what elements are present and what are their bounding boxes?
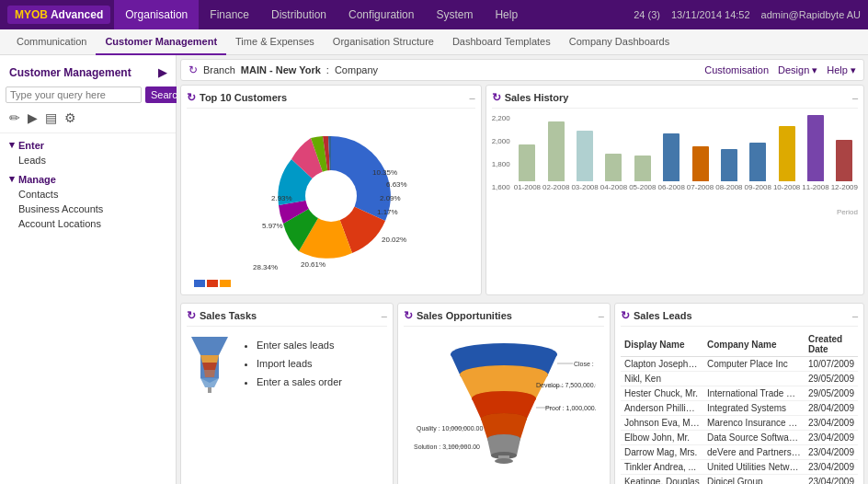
table-row[interactable]: Darrow Mag, Mrs. deVere and Partners (UK…: [621, 445, 858, 460]
svg-marker-14: [202, 363, 217, 370]
svg-text:2.09%: 2.09%: [380, 194, 401, 202]
gear-icon[interactable]: ⚙: [64, 110, 76, 125]
sidebar-section-manage: ▾ Manage: [0, 167, 176, 187]
main-layout: Customer Management ▶ Search ✏ ▶ ▤ ⚙ ▾ E…: [0, 55, 868, 484]
top-navigation: MYOB Advanced Organisation Finance Distr…: [0, 0, 868, 29]
lead-date: 29/05/2009: [805, 372, 858, 386]
widget-grid-bottom: ↻ Sales Tasks –: [180, 303, 864, 484]
company-label: Company: [335, 64, 378, 75]
tab-organisation-structure[interactable]: Organisation Structure: [324, 29, 443, 55]
leads-table: Display Name Company Name Created Date C…: [621, 332, 858, 484]
svg-text:20.02%: 20.02%: [382, 236, 406, 244]
bar-10-2008: 10-2008: [773, 126, 800, 191]
svg-text:6.63%: 6.63%: [386, 180, 407, 189]
lead-name: Darrow Mag, Mrs.: [621, 445, 703, 460]
table-row[interactable]: Tinkler Andrea, ... United Utilities Net…: [621, 460, 858, 475]
widget-top10customers: ↻ Top 10 Customers –: [180, 85, 482, 295]
tab-dashboard-templates[interactable]: Dashboard Templates: [443, 29, 560, 55]
widget-sales-history-header: ↻ Sales History –: [492, 91, 858, 109]
lead-name: Elbow John, Mr.: [621, 431, 703, 445]
lead-company: Integrated Systems: [703, 401, 805, 416]
help-button[interactable]: Help ▾: [827, 64, 856, 76]
lead-date: 23/04/2009: [805, 445, 858, 460]
play-icon[interactable]: ▶: [28, 110, 38, 125]
sales-leads-refresh[interactable]: ↻: [621, 309, 630, 322]
table-row[interactable]: Elbow John, Mr. Data Source Software Cor…: [621, 431, 858, 445]
task-import-leads[interactable]: Import leads: [257, 355, 342, 374]
table-row[interactable]: Anderson Phillip, ... Integrated Systems…: [621, 401, 858, 416]
sidebar-item-leads[interactable]: Leads: [0, 153, 176, 167]
user-display[interactable]: admin@Rapidbyte AU: [761, 9, 861, 20]
search-input[interactable]: [6, 86, 142, 103]
sales-history-chart-wrapper: 2,200 2,000 1,800 1,600 01-2008 02-2008 …: [492, 114, 858, 216]
task-enter-leads[interactable]: Enter sales leads: [257, 337, 342, 355]
sales-tasks-collapse[interactable]: –: [382, 310, 387, 321]
sidebar-item-contacts[interactable]: Contacts: [0, 187, 176, 202]
sales-tasks-refresh[interactable]: ↻: [187, 309, 196, 322]
sales-history-refresh[interactable]: ↻: [492, 91, 501, 104]
bar-06-2008: 06-2008: [657, 133, 684, 191]
top-nav-organisation[interactable]: Organisation: [114, 0, 199, 29]
widget-top10-refresh[interactable]: ↻: [187, 91, 196, 104]
svg-rect-12: [208, 387, 211, 393]
svg-point-0: [305, 170, 357, 222]
bar-value: [663, 133, 680, 181]
branch-label: Branch: [203, 64, 235, 75]
lead-name: Hester Chuck, Mr.: [621, 386, 703, 401]
sales-leads-collapse[interactable]: –: [852, 310, 858, 321]
sales-opp-refresh[interactable]: ↻: [404, 309, 413, 322]
tab-communication[interactable]: Communication: [7, 29, 96, 55]
bar-value: [836, 140, 852, 181]
section-manage-chevron: ▾: [9, 173, 15, 185]
lead-date: 23/04/2009: [805, 416, 858, 431]
table-row[interactable]: Hester Chuck, Mr. International Trade Ce…: [621, 386, 858, 401]
tab-time-expenses[interactable]: Time & Expenses: [226, 29, 324, 55]
sales-opp-collapse[interactable]: –: [599, 310, 604, 321]
widget-top10customers-title: ↻ Top 10 Customers: [187, 91, 287, 104]
branch-refresh-icon[interactable]: ↻: [188, 63, 198, 76]
top-nav-finance[interactable]: Finance: [199, 0, 260, 29]
alerts-badge[interactable]: 24 (3): [634, 9, 660, 20]
top-nav-help[interactable]: Help: [484, 0, 529, 29]
svg-text:Solution : 3,100,000.00: Solution : 3,100,000.00: [414, 444, 480, 450]
bar-chart: 01-2008 02-2008 03-2008 04-2008 05-2008 …: [514, 114, 858, 206]
top-nav-system[interactable]: System: [425, 0, 484, 29]
customisation-button[interactable]: Customisation: [704, 64, 769, 76]
sidebar-item-account-locations[interactable]: Account Locations: [0, 216, 176, 231]
pie-chart-container: 6.63% 2.09% 1.17% 10.35% 2.93% 5.97% 20.…: [187, 114, 475, 278]
bar-12-2008: 12-2009: [831, 140, 858, 191]
table-row[interactable]: Clapton Joseph, ... Computer Place Inc 1…: [621, 357, 858, 372]
sales-history-collapse[interactable]: –: [852, 92, 858, 103]
bar-05-2008: 05-2008: [629, 156, 656, 191]
task-enter-order[interactable]: Enter a sales order: [257, 374, 342, 392]
svg-text:5.97%: 5.97%: [262, 222, 283, 230]
bar-03-2008: 03-2008: [571, 131, 598, 191]
tab-customer-management[interactable]: Customer Management: [96, 29, 226, 55]
tab-company-dashboards[interactable]: Company Dashboards: [560, 29, 679, 55]
sidebar-search-area: Search: [0, 86, 176, 110]
top-nav-configuration[interactable]: Configuration: [337, 0, 425, 29]
table-row[interactable]: Johnson Eva, Mrs. Marenco Insurance Sale…: [621, 416, 858, 431]
widget-top10-collapse[interactable]: –: [470, 92, 475, 103]
design-button[interactable]: Design ▾: [778, 64, 817, 76]
lead-date: 23/04/2009: [805, 460, 858, 475]
pencil-icon[interactable]: ✏: [9, 110, 20, 125]
top-nav-distribution[interactable]: Distribution: [260, 0, 337, 29]
sidebar-item-business-accounts[interactable]: Business Accounts: [0, 202, 176, 216]
sales-tasks-content: Enter sales leads Import leads Enter a s…: [187, 332, 387, 397]
table-row[interactable]: Nikl, Ken 29/05/2009: [621, 372, 858, 386]
sidebar-section-enter: ▾ Enter: [0, 133, 176, 153]
lead-date: 23/04/2009: [805, 475, 858, 485]
svg-marker-13: [200, 355, 219, 363]
lead-name: Johnson Eva, Mrs.: [621, 416, 703, 431]
chart-icon[interactable]: ▤: [45, 110, 57, 125]
bar-02-2008: 02-2008: [542, 121, 569, 191]
sidebar-collapse-icon[interactable]: ▶: [158, 66, 166, 79]
svg-marker-15: [204, 370, 215, 377]
lead-name: Keatinge, Douglas: [621, 475, 703, 485]
legend-item-2: [207, 280, 218, 287]
table-row[interactable]: Keatinge, Douglas Digicel Group 23/04/20…: [621, 475, 858, 485]
bar-value: [807, 115, 824, 181]
bar-04-2008: 04-2008: [600, 154, 627, 191]
legend-item-1: [194, 280, 205, 287]
